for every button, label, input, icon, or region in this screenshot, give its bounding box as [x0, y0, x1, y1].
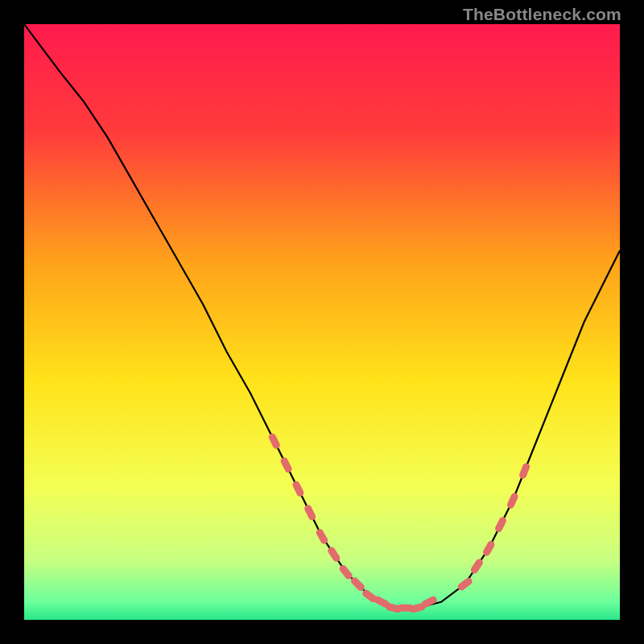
watermark-text: TheBottleneck.com: [463, 5, 621, 24]
chart-svg: [24, 24, 620, 620]
chart-frame: [24, 24, 620, 620]
